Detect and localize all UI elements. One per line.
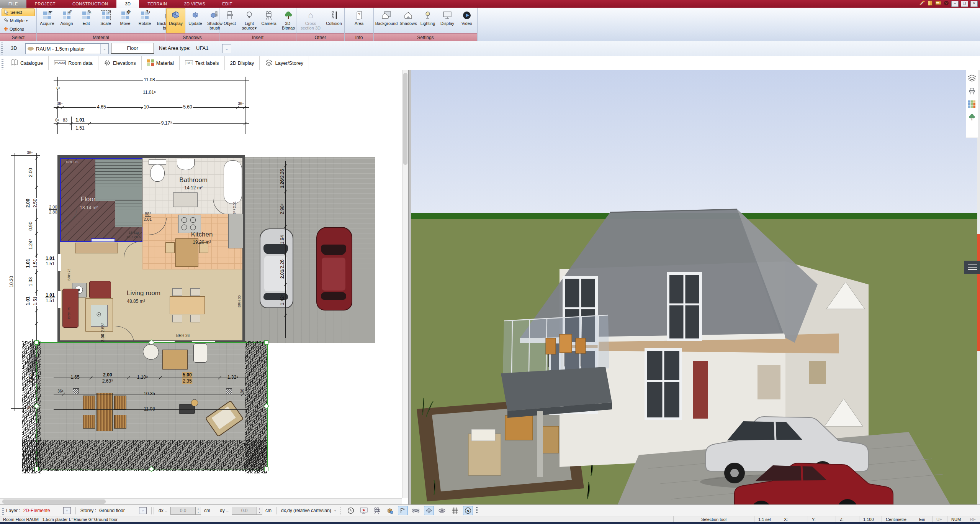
- scale-button[interactable]: ↗Scale: [96, 8, 115, 33]
- chevron-down-icon: ▾: [334, 509, 336, 513]
- layer-value[interactable]: 2D-Elemente: [23, 508, 60, 513]
- tab-project[interactable]: PROJECT: [26, 0, 64, 8]
- selection-handle[interactable]: [264, 340, 268, 345]
- tab-catalogue[interactable]: Catalogue: [5, 56, 49, 70]
- selection-handle[interactable]: [34, 467, 39, 471]
- tree-icon[interactable]: [969, 113, 975, 123]
- tab-text-labels[interactable]: TXTText labels: [180, 56, 225, 70]
- flag-tool-icon[interactable]: [398, 506, 408, 515]
- status-rf: RF: [966, 516, 980, 522]
- panel-drag-handle[interactable]: [964, 261, 980, 274]
- shadow-settings-button[interactable]: Shadows: [399, 8, 418, 33]
- planks-icon[interactable]: [411, 506, 421, 515]
- presentation-icon[interactable]: [359, 506, 369, 515]
- library-icon[interactable]: [928, 0, 933, 7]
- options-button[interactable]: ✚ Options: [2, 25, 35, 33]
- tile-icon[interactable]: [424, 506, 434, 515]
- material-combo[interactable]: RAUM - 1.5cm plaster ⌄: [25, 43, 109, 54]
- plus-icon: ✚: [4, 26, 8, 32]
- shadow-update-button[interactable]: Update: [186, 8, 205, 33]
- tab-elevations[interactable]: Elevations: [98, 56, 142, 70]
- acquire-button[interactable]: ✒Acquire: [38, 8, 57, 33]
- chair-icon[interactable]: [968, 87, 976, 97]
- floor-target-box[interactable]: Floor: [111, 43, 154, 54]
- area-button[interactable]: ?Area: [345, 8, 373, 33]
- storey-value[interactable]: Ground floor: [99, 508, 136, 513]
- display-settings-button[interactable]: Display: [438, 8, 457, 33]
- clock-icon[interactable]: [346, 506, 356, 515]
- net-area-combo[interactable]: ⌄: [222, 44, 231, 53]
- staircase[interactable]: [95, 159, 142, 201]
- tab-terrain[interactable]: TERRAIN: [139, 0, 175, 8]
- tab-3d[interactable]: 3D: [116, 0, 139, 8]
- restore-button[interactable]: ❐: [961, 1, 968, 7]
- chevron-down-icon[interactable]: ⌄: [139, 507, 147, 514]
- selection-handle[interactable]: [34, 340, 39, 345]
- tab-layer-storey[interactable]: Layer/Storey: [260, 56, 309, 70]
- toolbar-grip[interactable]: [2, 59, 3, 69]
- chevron-down-icon[interactable]: ⌄: [100, 44, 108, 54]
- background-settings-button[interactable]: Background: [375, 8, 398, 33]
- chevron-down-icon[interactable]: ⌄: [223, 44, 231, 53]
- material-grid-icon[interactable]: [968, 100, 976, 110]
- overflow-dots-icon[interactable]: [476, 507, 478, 514]
- chevron-down-icon[interactable]: ⌄: [63, 507, 71, 514]
- minimize-button[interactable]: –: [951, 1, 959, 7]
- lighting-settings-button[interactable]: Lighting: [418, 8, 437, 33]
- plan-horizontal-scrollbar[interactable]: [0, 498, 402, 504]
- dx-spinner[interactable]: ▲▼: [195, 507, 201, 514]
- cube-small-icon: [192, 10, 199, 21]
- tab-material[interactable]: Material: [142, 56, 180, 70]
- tree-icon: [284, 10, 293, 21]
- move-button[interactable]: ✥Move: [116, 8, 135, 33]
- dim-label: 9.17⁵: [160, 120, 173, 126]
- help-icon[interactable]: ?: [944, 0, 949, 7]
- multiple-button[interactable]: Multiple ▾: [2, 17, 35, 24]
- shadow-display-button[interactable]: Display: [166, 8, 185, 33]
- assign-button[interactable]: ✐Assign: [57, 8, 76, 33]
- dy-input[interactable]: 0.0▲▼: [232, 507, 262, 515]
- light-source-button[interactable]: Light source▾: [240, 8, 259, 33]
- dim-label: 10.30: [9, 275, 14, 288]
- dy-spinner[interactable]: ▲▼: [257, 507, 262, 514]
- menu-tab-bar: FILE PROJECT CONSTRUCTION 3D TERRAIN 2D …: [0, 0, 980, 8]
- tab-2d-display[interactable]: 2D Display: [225, 56, 260, 70]
- tab-room-data[interactable]: ROOMRoom data: [49, 56, 98, 70]
- car-windshield: [321, 245, 346, 255]
- rotate-button[interactable]: ↻Rotate: [135, 8, 154, 33]
- viewport-3d[interactable]: [411, 70, 977, 504]
- tab-2d-views[interactable]: 2D VIEWS: [175, 0, 214, 8]
- dim-label: 2.35: [182, 378, 192, 384]
- insert-camera-button[interactable]: Camera: [259, 8, 278, 33]
- tab-file[interactable]: FILE: [0, 0, 26, 8]
- select-button[interactable]: Select: [2, 8, 35, 16]
- north-compass-icon[interactable]: N: [463, 506, 473, 515]
- material-swatch-icon: [28, 47, 34, 51]
- toolbar-grip[interactable]: [2, 508, 4, 516]
- dining-chair: [172, 315, 182, 322]
- toolbar-grip[interactable]: [1, 43, 3, 54]
- layers-icon[interactable]: [968, 74, 976, 84]
- tab-edit[interactable]: EDIT: [214, 0, 241, 8]
- insert-object-button[interactable]: Object: [220, 8, 239, 33]
- contour-icon[interactable]: [437, 506, 447, 515]
- kitchen-chair: [165, 242, 175, 253]
- plan-vertical-scrollbar[interactable]: [402, 70, 408, 498]
- coord-mode[interactable]: dx,dy (relative cartesian): [281, 508, 331, 513]
- dx-input[interactable]: 0.0▲▼: [170, 507, 201, 515]
- selection-handle[interactable]: [264, 467, 268, 471]
- collision-button[interactable]: Collision: [324, 8, 344, 33]
- edit-button[interactable]: ✎Edit: [77, 8, 96, 33]
- screen-icon[interactable]: [935, 0, 941, 7]
- plan-2d-viewport[interactable]: 11.08 6⁵ 11.01⁵ 36⁵ 4.65 10 5.60 36⁵ 6⁵ …: [0, 70, 408, 504]
- close-button[interactable]: ✕: [970, 1, 978, 7]
- video-button[interactable]: Video: [457, 8, 476, 33]
- grid-icon[interactable]: [450, 506, 460, 515]
- tab-construction[interactable]: CONSTRUCTION: [64, 0, 116, 8]
- record-camera-icon[interactable]: [372, 506, 382, 515]
- view3d-scrollbar-thumb[interactable]: [977, 234, 980, 351]
- 3d-bitmap-button[interactable]: 3D-Bitmap: [279, 8, 298, 33]
- tools-icon[interactable]: [919, 0, 925, 7]
- object-box-icon[interactable]: [385, 506, 395, 515]
- dy-unit: cm: [265, 508, 272, 513]
